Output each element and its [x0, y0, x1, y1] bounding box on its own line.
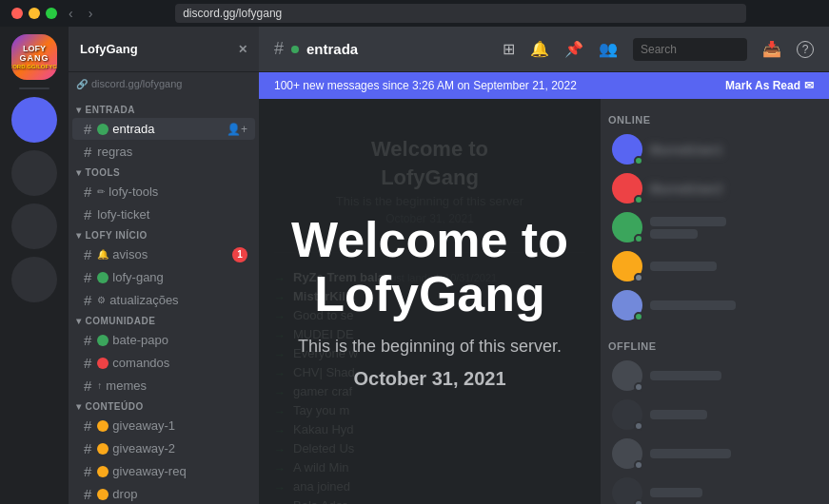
server-icon-1[interactable] [11, 97, 57, 143]
online-status [634, 195, 643, 204]
hash-icon: # [84, 417, 91, 434]
close-button[interactable] [11, 8, 23, 19]
notification-bar: 100+ new messages since 3:26 AM on Septe… [259, 72, 829, 99]
arrow-icon: ↑ [97, 380, 102, 391]
offline-status [634, 499, 643, 504]
inbox-icon[interactable]: 📥 [762, 40, 781, 58]
channel-name: bate-papo [112, 333, 247, 347]
blurred-name-bar [650, 449, 731, 458]
address-bar[interactable] [175, 4, 746, 23]
category-lofy-inicio[interactable]: ▾LOFY INÍCIO [69, 226, 259, 242]
channel-name: lofy-gang [112, 270, 247, 284]
category-tools[interactable]: ▾TOOLS [69, 164, 259, 180]
hash-icon: # [84, 332, 91, 348]
channel-name: lofy-tools [109, 184, 247, 199]
channel-list: ▾ENTRADA # entrada 👤+ # regras ▾TOOLS # … [69, 93, 259, 504]
category-comunidade[interactable]: ▾COMUNIDADE [69, 312, 259, 328]
channel-item-drop[interactable]: # drop [72, 483, 255, 504]
channel-item-bate-papo[interactable]: # bate-papo [72, 329, 255, 351]
messages-area[interactable]: Welcome to LofyGang This is the beginnin… [259, 99, 601, 504]
list-item[interactable] [604, 435, 825, 473]
server-divider [19, 87, 49, 89]
member-name: BlurredUser2 [650, 182, 723, 196]
chat-search-input[interactable] [633, 38, 747, 61]
maximize-button[interactable] [46, 8, 57, 19]
list-item[interactable] [604, 474, 825, 504]
offline-status [634, 382, 643, 392]
list-item[interactable]: BlurredUser1 [604, 130, 825, 168]
server-icon-3[interactable] [11, 204, 57, 249]
hash-icon: # [84, 292, 91, 308]
channel-item-lofy-ticket[interactable]: # lofy-ticket [72, 204, 255, 225]
category-entrada[interactable]: ▾ENTRADA [69, 101, 259, 117]
thread-icon[interactable]: ⊞ [503, 40, 515, 58]
channel-item-regras[interactable]: # regras [72, 141, 255, 163]
channel-item-lofy-gang[interactable]: # lofy-gang [72, 266, 255, 288]
list-item[interactable]: BlurredUser2 [604, 169, 825, 207]
server-icon-2[interactable] [11, 150, 57, 196]
channel-item-avisos[interactable]: # 🔔 avisos 1 [72, 243, 255, 265]
blurred-name-bar [650, 371, 721, 380]
blurred-name-bar [650, 262, 717, 271]
members-category-online: ONLINE [601, 99, 829, 129]
channel-item-lofy-tools[interactable]: # ✏ lofy-tools [72, 181, 255, 203]
welcome-subtitle: This is the beginning of this server. [298, 337, 562, 357]
member-avatar [612, 438, 642, 469]
channel-name: drop [112, 487, 247, 501]
notification-text: 100+ new messages since 3:26 AM on Septe… [274, 79, 577, 92]
back-button[interactable]: ‹ [65, 4, 77, 23]
channel-name: lofy-ticket [97, 207, 247, 222]
category-conteudo[interactable]: ▾CONTEÚDO [69, 397, 259, 414]
server-header[interactable]: LofyGang ✕ [69, 27, 259, 72]
list-item[interactable] [604, 286, 825, 324]
mark-as-read-button[interactable]: Mark As Read ✉ [725, 79, 814, 92]
server-icon-4[interactable] [11, 257, 57, 302]
channel-item-comandos[interactable]: # comandos [72, 352, 255, 374]
hash-icon: # [84, 246, 91, 262]
checkmark-icon: ✉ [804, 79, 814, 92]
status-dot [97, 489, 109, 500]
welcome-date: October 31, 2021 [353, 368, 505, 390]
member-avatar [612, 477, 642, 504]
channel-name: entrada [112, 122, 223, 136]
welcome-title: Welcome to LofyGang [291, 213, 568, 321]
online-status [634, 234, 643, 243]
member-avatar [612, 173, 642, 204]
hash-icon: # [84, 378, 91, 394]
notification-badge: 1 [232, 247, 247, 262]
chat-channel-title: entrada [306, 41, 358, 57]
members-icon[interactable]: 👥 [599, 40, 618, 58]
channel-item-entrada[interactable]: # entrada 👤+ [72, 118, 255, 140]
status-dot [97, 420, 109, 432]
pin-icon[interactable]: 📌 [564, 40, 583, 58]
chat-content: Welcome to LofyGang This is the beginnin… [259, 99, 829, 504]
chat-header: # entrada ⊞ 🔔 📌 👥 📥 ? [259, 27, 829, 72]
channel-item-giveaway-1[interactable]: # giveaway-1 [72, 415, 255, 436]
hash-icon: # [84, 206, 91, 223]
forward-button[interactable]: › [85, 4, 97, 23]
blurred-name-bar [650, 410, 707, 419]
chat-area: # entrada ⊞ 🔔 📌 👥 📥 ? 100+ new messages … [259, 27, 829, 504]
member-avatar [612, 212, 642, 242]
server-name: LofyGang [80, 42, 138, 56]
server-invite-link: discord.gg/lofygang [91, 78, 182, 89]
list-item[interactable] [604, 396, 825, 434]
list-item[interactable] [604, 247, 825, 285]
channel-item-memes[interactable]: # ↑ memes [72, 375, 255, 397]
server-icon-lofygang[interactable]: LOFY GANG DISCORD.GG/LOFYGANG [11, 34, 57, 80]
status-dot [97, 272, 109, 283]
help-icon[interactable]: ? [797, 41, 814, 58]
channel-item-atualizacoes[interactable]: # ⚙ atualizações [72, 289, 255, 311]
offline-status [634, 460, 643, 470]
channel-name: memes [106, 378, 247, 393]
hash-icon: # [84, 184, 91, 200]
mark-as-read-label: Mark As Read [725, 79, 800, 92]
minimize-button[interactable] [29, 8, 40, 19]
members-sidebar: ONLINE BlurredUser1 BlurredUser2 [601, 99, 829, 504]
channel-item-giveaway-req[interactable]: # giveaway-req [72, 460, 255, 482]
list-item[interactable] [604, 357, 825, 395]
chat-header-icons: ⊞ 🔔 📌 👥 📥 ? [503, 38, 814, 61]
channel-item-giveaway-2[interactable]: # giveaway-2 [72, 437, 255, 459]
notification-bell-icon[interactable]: 🔔 [530, 40, 549, 58]
list-item[interactable] [604, 208, 825, 246]
